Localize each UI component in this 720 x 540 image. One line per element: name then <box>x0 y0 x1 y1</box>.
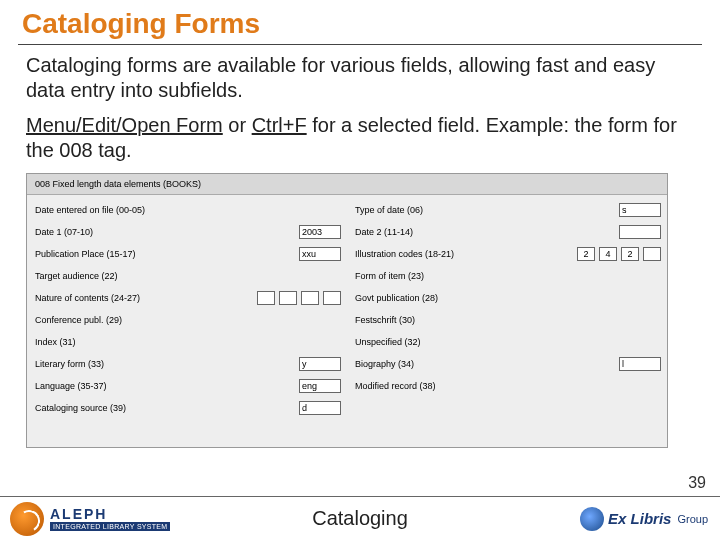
form-row: Date 1 (07-10)2003 <box>35 223 341 240</box>
exlibris-logo: Ex Libris Group <box>580 507 708 531</box>
form-row: Date entered on file (00-05) <box>35 201 341 218</box>
slide-title: Cataloging Forms <box>0 0 720 44</box>
field-input[interactable] <box>643 247 661 261</box>
field-input[interactable] <box>279 291 297 305</box>
field-input[interactable]: s <box>619 203 661 217</box>
form-row: Form of item (23) <box>355 267 661 284</box>
form-row: Unspecified (32) <box>355 333 661 350</box>
field-input[interactable] <box>257 291 275 305</box>
form-row: Type of date (06)s <box>355 201 661 218</box>
field-label: Index (31) <box>35 337 341 347</box>
shortcut: Ctrl+F <box>252 114 307 136</box>
field-input[interactable]: xxu <box>299 247 341 261</box>
menu-path: Menu/Edit/Open Form <box>26 114 223 136</box>
field-label: Nature of contents (24-27) <box>35 293 253 303</box>
page-number: 39 <box>688 474 706 492</box>
nav-text: Menu/Edit/Open Form or Ctrl+F for a sele… <box>0 113 720 173</box>
exlibris-icon <box>580 507 604 531</box>
field-input[interactable]: eng <box>299 379 341 393</box>
field-input[interactable]: 4 <box>599 247 617 261</box>
field-input[interactable] <box>619 225 661 239</box>
field-label: Form of item (23) <box>355 271 661 281</box>
aleph-icon <box>10 502 44 536</box>
form-row: Nature of contents (24-27) <box>35 289 341 306</box>
form-panel: 008 Fixed length data elements (BOOKS) D… <box>26 173 668 448</box>
exlibris-sub: Group <box>677 513 708 525</box>
form-row: Cataloging source (39)d <box>35 399 341 416</box>
form-row: Festschrift (30) <box>355 311 661 328</box>
field-input[interactable] <box>301 291 319 305</box>
form-row: Biography (34)l <box>355 355 661 372</box>
field-input[interactable]: d <box>299 401 341 415</box>
field-label: Language (35-37) <box>35 381 295 391</box>
aleph-text: ALEPH INTEGRATED LIBRARY SYSTEM <box>50 506 170 531</box>
aleph-logo: ALEPH INTEGRATED LIBRARY SYSTEM <box>10 502 170 536</box>
field-label: Unspecified (32) <box>355 337 661 347</box>
aleph-name: ALEPH <box>50 506 170 522</box>
field-label: Type of date (06) <box>355 205 615 215</box>
field-input[interactable]: 2003 <box>299 225 341 239</box>
form-row: Govt publication (28) <box>355 289 661 306</box>
field-label: Publication Place (15-17) <box>35 249 295 259</box>
intro-text: Cataloging forms are available for vario… <box>0 53 720 113</box>
field-label: Biography (34) <box>355 359 615 369</box>
form-row: Date 2 (11-14) <box>355 223 661 240</box>
nav-or: or <box>223 114 252 136</box>
field-label: Govt publication (28) <box>355 293 661 303</box>
exlibris-brand: Ex Libris <box>608 510 671 527</box>
form-row: Language (35-37)eng <box>35 377 341 394</box>
field-input[interactable]: 2 <box>621 247 639 261</box>
field-input[interactable]: l <box>619 357 661 371</box>
field-label: Modified record (38) <box>355 381 661 391</box>
form-header: 008 Fixed length data elements (BOOKS) <box>27 174 667 195</box>
form-row: Modified record (38) <box>355 377 661 394</box>
field-label: Conference publ. (29) <box>35 315 341 325</box>
field-input[interactable] <box>323 291 341 305</box>
aleph-sub: INTEGRATED LIBRARY SYSTEM <box>50 522 170 531</box>
field-label: Festschrift (30) <box>355 315 661 325</box>
field-label: Date 2 (11-14) <box>355 227 615 237</box>
form-row: Illustration codes (18-21)242 <box>355 245 661 262</box>
field-label: Literary form (33) <box>35 359 295 369</box>
footer-center: Cataloging <box>312 507 408 530</box>
field-label: Cataloging source (39) <box>35 403 295 413</box>
field-label: Illustration codes (18-21) <box>355 249 573 259</box>
form-row: Target audience (22) <box>35 267 341 284</box>
field-label: Date 1 (07-10) <box>35 227 295 237</box>
field-label: Date entered on file (00-05) <box>35 205 341 215</box>
form-col-left: Date entered on file (00-05)Date 1 (07-1… <box>27 195 347 427</box>
field-input[interactable]: y <box>299 357 341 371</box>
field-input[interactable]: 2 <box>577 247 595 261</box>
form-body: Date entered on file (00-05)Date 1 (07-1… <box>27 195 667 427</box>
form-row: Conference publ. (29) <box>35 311 341 328</box>
field-label: Target audience (22) <box>35 271 341 281</box>
form-col-right: Type of date (06)sDate 2 (11-14)Illustra… <box>347 195 667 427</box>
title-rule <box>18 44 702 45</box>
form-row: Literary form (33)y <box>35 355 341 372</box>
footer-bar: ALEPH INTEGRATED LIBRARY SYSTEM Catalogi… <box>0 496 720 540</box>
form-row: Publication Place (15-17)xxu <box>35 245 341 262</box>
form-row: Index (31) <box>35 333 341 350</box>
